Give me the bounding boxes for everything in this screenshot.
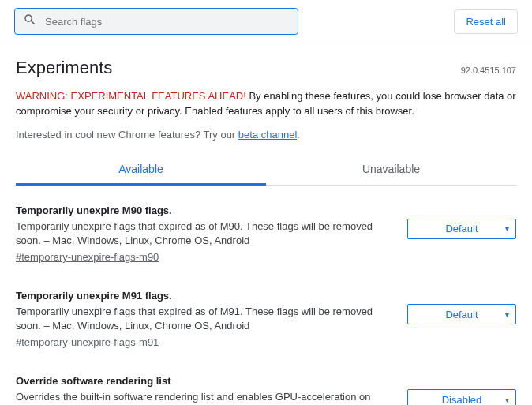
flag-title: Temporarily unexpire M90 flags. [16,204,395,216]
tab-available[interactable]: Available [16,155,266,186]
top-bar: Reset all [0,0,532,43]
header-row: Experiments 92.0.4515.107 [16,58,516,78]
flag-select[interactable]: Default ▾ [407,304,516,324]
flag-title: Temporarily unexpire M91 flags. [16,290,395,302]
flag-control: Disabled ▾ [407,375,516,405]
interest-suffix: . [297,129,300,141]
flag-text: Temporarily unexpire M91 flags. Temporar… [16,290,395,348]
flag-item: Temporarily unexpire M90 flags. Temporar… [16,186,516,271]
flag-description: Temporarily unexpire flags that expired … [16,219,395,248]
flag-select[interactable]: Disabled ▾ [407,389,516,405]
flag-select-value: Disabled [442,394,482,405]
version-text: 92.0.4515.107 [461,66,516,75]
reset-all-button[interactable]: Reset all [454,9,518,34]
flag-select[interactable]: Default ▾ [407,219,516,239]
flag-item: Override software rendering list Overrid… [16,356,516,405]
search-box[interactable] [14,8,298,35]
beta-channel-link[interactable]: beta channel [238,129,297,141]
flag-anchor-link[interactable]: #temporary-unexpire-flags-m90 [16,251,159,263]
flag-item: Temporarily unexpire M91 flags. Temporar… [16,271,516,356]
chevron-down-icon: ▾ [505,224,509,233]
tab-unavailable[interactable]: Unavailable [266,155,516,185]
chevron-down-icon: ▾ [505,396,509,404]
search-icon [23,13,37,30]
flag-select-value: Default [445,223,478,234]
flag-control: Default ▾ [407,290,516,324]
warning-label: WARNING: EXPERIMENTAL FEATURES AHEAD! [16,90,249,102]
flag-text: Override software rendering list Overrid… [16,375,395,405]
flag-control: Default ▾ [407,204,516,239]
warning-block: WARNING: EXPERIMENTAL FEATURES AHEAD! By… [16,89,516,119]
flag-description: Overrides the built-in software renderin… [16,390,395,405]
content: Experiments 92.0.4515.107 WARNING: EXPER… [0,43,532,405]
flag-anchor-link[interactable]: #temporary-unexpire-flags-m91 [16,336,159,348]
flag-title: Override software rendering list [16,375,395,387]
flag-select-value: Default [445,309,478,321]
page-title: Experiments [16,58,112,78]
interest-text: Interested in cool new Chrome features? … [16,129,516,141]
interest-prefix: Interested in cool new Chrome features? … [16,129,238,141]
chevron-down-icon: ▾ [505,310,509,319]
flag-description: Temporarily unexpire flags that expired … [16,305,395,333]
tabs: Available Unavailable [16,155,516,186]
search-input[interactable] [45,16,290,28]
flag-text: Temporarily unexpire M90 flags. Temporar… [16,204,395,263]
flags-list: Temporarily unexpire M90 flags. Temporar… [16,186,516,405]
